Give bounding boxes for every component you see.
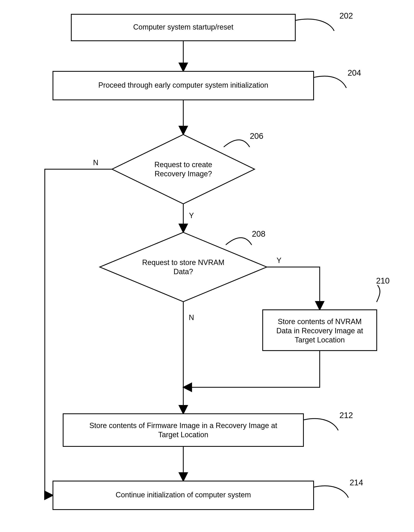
decision-create-recovery: Request to create Recovery Image? [112,134,255,204]
process-store-firmware-line2: Target Location [158,430,208,439]
process-continue-init: Continue initialization of computer syst… [53,481,314,510]
callout-214 [314,486,348,497]
decision-store-nvram-line1: Request to store NVRAM [142,258,224,267]
callout-210 [377,285,380,302]
svg-marker-2 [112,134,255,204]
label-210: 210 [376,276,390,285]
edge-206-no-label: N [93,158,98,167]
label-202: 202 [340,11,353,20]
process-store-nvram: Store contents of NVRAM Data in Recovery… [263,310,377,351]
callout-206 [224,140,249,147]
process-store-nvram-line1: Store contents of NVRAM [278,317,362,326]
callout-204 [314,76,346,88]
svg-rect-5 [63,414,304,446]
process-store-firmware-line1: Store contents of Firmware Image in a Re… [89,421,277,430]
process-init-text: Proceed through early computer system in… [98,81,268,89]
label-208: 208 [252,229,266,238]
process-continue-init-text: Continue initialization of computer syst… [116,491,251,499]
edge-208-no-label: N [189,313,194,322]
callout-212 [304,419,338,430]
svg-marker-3 [100,232,267,302]
callout-202 [295,19,334,31]
label-212: 212 [340,411,353,420]
process-startup: Computer system startup/reset [71,14,295,41]
process-startup-text: Computer system startup/reset [133,23,233,31]
label-204: 204 [348,68,361,77]
edge-208-yes [267,267,320,310]
decision-store-nvram: Request to store NVRAM Data? [100,232,267,302]
decision-create-recovery-line2: Recovery Image? [155,170,212,178]
edge-206-yes-label: Y [189,211,194,220]
process-store-nvram-line2: Data in Recovery Image at [276,327,363,335]
edge-210-merge [183,351,320,387]
label-206: 206 [250,132,264,141]
edge-208-yes-label: Y [276,256,281,265]
process-store-nvram-line3: Target Location [295,336,345,344]
label-214: 214 [350,478,363,487]
decision-store-nvram-line2: Data? [174,267,193,276]
callout-208 [226,238,251,245]
decision-create-recovery-line1: Request to create [154,161,212,169]
process-store-firmware: Store contents of Firmware Image in a Re… [63,414,304,446]
process-init: Proceed through early computer system in… [53,71,314,100]
